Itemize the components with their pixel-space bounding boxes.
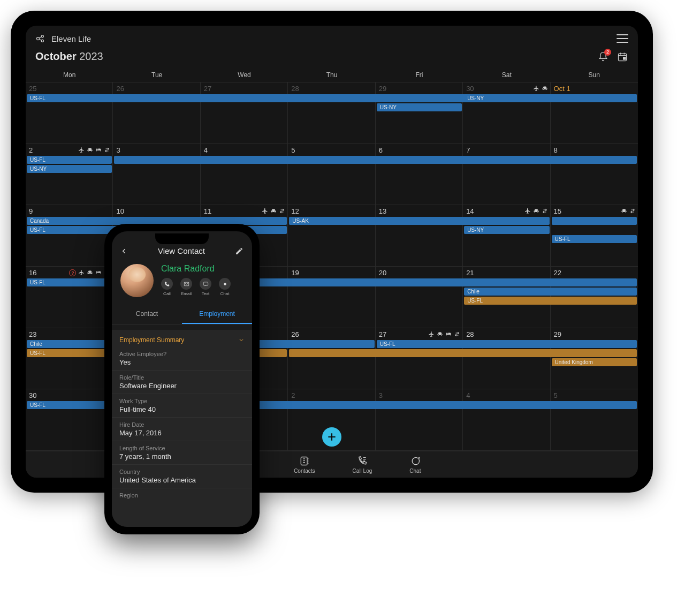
calendar-today-button[interactable] [617, 51, 628, 63]
calendar-cell[interactable]: 6 [376, 144, 463, 206]
calendar-cell[interactable]: 14 [463, 205, 550, 267]
contact-actions: CallEmailTextChat [161, 278, 231, 296]
event-bar[interactable]: US-FL [377, 340, 637, 348]
edit-button[interactable] [235, 247, 244, 255]
action-label: Chat [220, 291, 230, 296]
event-bar[interactable] [552, 217, 637, 225]
day-number: 29 [376, 82, 462, 95]
action-label: Email [181, 291, 192, 296]
chat-button[interactable] [219, 278, 231, 290]
calendar-cell[interactable]: 23 [26, 328, 113, 390]
day-number: 20 [376, 267, 462, 279]
calendar-cell[interactable]: 25 [26, 82, 113, 144]
event-bar[interactable]: US-NY [377, 103, 462, 111]
day-number: 19 [288, 267, 375, 279]
day-header: Mon [26, 68, 113, 82]
tab-chat[interactable]: Chat [409, 456, 421, 474]
day-header: Tue [113, 68, 200, 82]
tab-contacts[interactable]: Contacts [294, 456, 315, 474]
day-number: 13 [376, 205, 462, 217]
employment-summary-header[interactable]: Employment Summary [112, 330, 252, 347]
month-label: October [35, 50, 77, 62]
day-number: 7 [463, 144, 550, 156]
calendar-cell[interactable]: 16? [26, 267, 113, 328]
calendar-cell[interactable]: 3 [113, 144, 200, 206]
calendar-cell[interactable]: 27 [376, 328, 463, 390]
event-bar[interactable]: US-AK [289, 217, 549, 225]
event-bar[interactable]: US-FL [552, 235, 637, 243]
calendar-cell[interactable]: 4 [463, 389, 550, 451]
notifications-button[interactable]: 2 [597, 51, 609, 63]
calendar-cell[interactable]: 5 [551, 389, 638, 451]
calendar-cell[interactable]: 29 [376, 82, 463, 144]
bed-icon [95, 147, 102, 153]
event-bar[interactable]: US-NY [464, 226, 549, 234]
car-icon [270, 208, 277, 214]
day-number: 26 [288, 328, 375, 341]
event-bar[interactable]: US-NY [27, 165, 112, 173]
day-number: 21 [463, 267, 550, 279]
calendar-cell[interactable]: 2 [26, 144, 113, 206]
transfer-icon [454, 331, 460, 337]
bed-icon [445, 331, 452, 337]
tab-label: Chat [409, 468, 421, 474]
field-country: CountryUnited States of America [112, 464, 252, 488]
event-bar[interactable]: Chile [464, 288, 637, 296]
chevron-down-icon [238, 337, 245, 343]
plane-icon [78, 269, 85, 277]
plane-icon [262, 208, 268, 214]
calendar-cell[interactable]: 7 [463, 144, 550, 206]
day-number: 22 [551, 267, 638, 279]
calendar-cell[interactable]: Oct 1 [551, 82, 638, 144]
email-button[interactable] [180, 278, 192, 290]
calendar-cell[interactable]: 5 [288, 144, 375, 206]
action-label: Text [202, 291, 210, 296]
tab-call-log[interactable]: Call Log [353, 456, 372, 474]
hamburger-menu-icon[interactable] [617, 34, 628, 43]
calendar-cell[interactable]: 3 [376, 389, 463, 451]
contact-tab-employment[interactable]: Employment [182, 305, 252, 324]
view-contact-title: View Contact [128, 246, 235, 255]
event-bar[interactable]: US-FL [27, 156, 112, 164]
calendar-cell[interactable]: 28 [463, 328, 550, 390]
back-button[interactable] [120, 247, 128, 255]
svg-rect-4 [623, 57, 626, 59]
calendar-cell[interactable]: 30 [463, 82, 550, 144]
event-bar[interactable] [289, 349, 637, 357]
day-number: 2 [288, 389, 375, 402]
day-number: 4 [201, 144, 287, 156]
calendar-cell[interactable]: 27 [201, 82, 288, 144]
day-header: Fri [376, 68, 463, 82]
calendar-cell[interactable]: 30 [26, 389, 113, 451]
year-label: 2023 [79, 50, 103, 62]
calendar-cell[interactable]: 20 [376, 267, 463, 328]
call-button[interactable] [161, 278, 173, 290]
brand-text: Eleven Life [51, 34, 91, 43]
add-event-fab[interactable] [322, 427, 341, 447]
day-number: 3 [113, 144, 200, 156]
event-bar[interactable]: United Kingdom [552, 358, 637, 366]
calendar-cell[interactable]: 26 [113, 82, 200, 144]
transfer-icon [542, 208, 548, 214]
profile-row: Clara Radford CallEmailTextChat [112, 261, 252, 303]
calendar-cell[interactable]: 9 [26, 205, 113, 267]
event-bar[interactable] [114, 156, 637, 164]
contact-tab-contact[interactable]: Contact [112, 305, 182, 324]
calendar-cell[interactable]: 26 [288, 328, 375, 390]
employment-section: Employment Summary Active Employee?YesRo… [112, 330, 252, 527]
event-bar[interactable]: US-NY [464, 94, 637, 102]
calendar-cell[interactable]: 13 [376, 205, 463, 267]
calendar-cell[interactable]: 8 [551, 144, 638, 206]
day-number: 28 [463, 328, 550, 341]
day-number: 12 [288, 205, 375, 217]
text-button[interactable] [200, 278, 211, 290]
calendar-cell[interactable]: 19 [288, 267, 375, 328]
event-bar[interactable]: US-FL [464, 297, 637, 305]
day-number: 4 [463, 389, 550, 402]
calendar-cell[interactable]: 4 [201, 144, 288, 206]
day-number: 5 [288, 144, 375, 156]
field-active-employee-: Active Employee?Yes [112, 347, 252, 370]
field-value: Full-time 40 [119, 405, 245, 413]
calendar-cell[interactable]: 12 [288, 205, 375, 267]
calendar-cell[interactable]: 28 [288, 82, 375, 144]
